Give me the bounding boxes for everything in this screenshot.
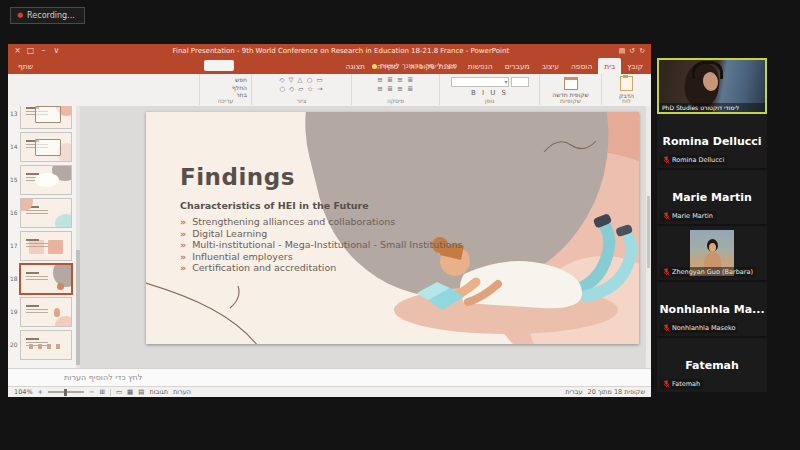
language-indicator[interactable]: עברית: [565, 388, 582, 396]
view-normal-icon[interactable]: ▤: [138, 388, 144, 396]
participants-sidebar: PhD Studies לימודי דוקטורט Romina Delluc…: [655, 44, 800, 410]
font-name-box[interactable]: ▾: [451, 77, 509, 87]
ribbon-tab[interactable]: קובץ: [621, 58, 649, 74]
ribbon-tab[interactable]: מעברים: [499, 58, 536, 74]
titlebar-badge: [204, 60, 234, 71]
slide-thumbnail-number: 15: [10, 176, 18, 183]
minimize-icon[interactable]: –: [37, 44, 50, 58]
ribbon-tab[interactable]: עיצוב: [536, 58, 565, 74]
fit-slide-button[interactable]: ⊞: [100, 388, 105, 396]
zoom-slider[interactable]: [48, 391, 84, 393]
bullet-marker: »: [180, 228, 186, 239]
font-size-box[interactable]: [511, 77, 529, 87]
slide-bullet-list[interactable]: »Strengthening alliances and collaborati…: [180, 216, 462, 274]
powerpoint-window: × □ – ∨ Final Presentation - 9th World C…: [8, 44, 651, 397]
find-button[interactable]: חפש: [204, 76, 247, 84]
quick-access-toolbar: ▤ ↺ ↻: [619, 47, 645, 55]
participant-tile[interactable]: Fatemah Fatemah: [657, 338, 767, 392]
ribbon-group-clipboard: הדבק לוח: [601, 74, 651, 105]
view-sorter-icon[interactable]: ▦: [127, 388, 133, 396]
slide-editing-area: Findings Characteristics of HEI in the F…: [80, 106, 651, 368]
ribbon-tab[interactable]: תצוגה: [340, 58, 371, 74]
undo-icon[interactable]: ↺: [629, 47, 635, 55]
window-controls: × □ – ∨: [11, 44, 63, 58]
participant-video-tile[interactable]: PhD Studies לימודי דוקטורט: [657, 58, 767, 114]
ribbon-tab[interactable]: הוספה: [565, 58, 598, 74]
redo-icon[interactable]: ↻: [639, 47, 645, 55]
font-format-buttons[interactable]: B I U S: [444, 89, 535, 97]
participant-tile[interactable]: Romina Dellucci Romina Dellucci: [657, 114, 767, 168]
ribbon-group-drawing: ▭ ○ △ ▽ ◇ → ☆ ▱ ◇ ○ ציור: [251, 74, 351, 105]
headphones-icon: [692, 61, 723, 79]
slide-title[interactable]: Findings: [180, 164, 295, 190]
slide-thumbnail[interactable]: [21, 133, 71, 161]
ribbon-options-icon[interactable]: ∨: [50, 44, 63, 58]
slide-thumbnail[interactable]: [21, 265, 71, 293]
maximize-icon[interactable]: □: [24, 44, 37, 58]
participant-name-label: Romina Dellucci: [660, 155, 727, 165]
list-buttons-row[interactable]: ≣ ≡ ≣ ≡: [356, 85, 435, 94]
status-bar: 104% + − ⊞ ▭ ▦ ▤ תגובות הערות עברית שקופ…: [8, 386, 651, 397]
recording-label: Recording...: [27, 11, 75, 20]
participant-name-label: Fatemah: [660, 379, 703, 389]
slide-thumbnail[interactable]: [21, 232, 71, 260]
group-label: לוח: [602, 97, 651, 104]
notes-pane[interactable]: לחץ כדי להוסיף הערות: [8, 368, 651, 386]
bullet-marker: »: [180, 239, 186, 250]
recording-indicator[interactable]: ● Recording...: [10, 7, 85, 24]
group-label: פיסקה: [352, 97, 439, 104]
slide-bullet: »Strengthening alliances and collaborati…: [180, 216, 462, 228]
window-title: Final Presentation - 9th World Conferenc…: [63, 47, 619, 55]
notes-button[interactable]: הערות: [173, 388, 191, 396]
share-button[interactable]: שתף: [18, 58, 33, 74]
bullet-marker: »: [180, 251, 186, 262]
bullet-marker: »: [180, 262, 186, 273]
shapes-gallery-row[interactable]: → ☆ ▱ ◇ ○: [256, 85, 347, 94]
slide-indicator: שקופית 18 מתוך 20: [588, 388, 646, 396]
participant-tile[interactable]: Nonhlanhla Ma... Nonhlanhla Maseko: [657, 282, 767, 336]
close-icon[interactable]: ×: [11, 44, 24, 58]
slide-thumbnail-number: 20: [10, 341, 18, 348]
slide-thumbnail[interactable]: [21, 166, 71, 194]
slide-thumbnail[interactable]: [21, 199, 71, 227]
slide-subtitle[interactable]: Characteristics of HEI in the Future: [180, 200, 369, 211]
slide-thumbnail[interactable]: [21, 106, 71, 128]
ribbon-group-font: ▾ B I U S גופן: [439, 74, 539, 105]
muted-mic-icon: [663, 268, 670, 276]
vertical-scrollbar[interactable]: [646, 106, 651, 368]
zoom-out-button[interactable]: −: [89, 388, 94, 396]
slide-thumbnail[interactable]: [21, 298, 71, 326]
muted-mic-icon: [663, 156, 670, 164]
zoom-level: 104%: [14, 388, 33, 396]
zoom-in-button[interactable]: +: [38, 388, 43, 396]
group-label: ציור: [252, 97, 351, 104]
shapes-gallery-row[interactable]: ▭ ○ △ ▽ ◇: [256, 76, 347, 85]
ribbon-group-editing: חפש החלף בחר עריכה: [199, 74, 251, 105]
paste-icon[interactable]: [620, 76, 633, 91]
ribbon-tab-row: קובץביתהוספהעיצובמעבריםהנפשותהצגת שקופיו…: [8, 58, 651, 74]
slide-thumbnail[interactable]: [21, 331, 71, 359]
slide-thumbnail-panel: 13 14 15 16 17 18 19 20: [8, 106, 80, 368]
slide-bullet: »Digital Learning: [180, 228, 462, 240]
participant-tile[interactable]: Zhengyan Guo (Barbara): [657, 226, 767, 280]
slide-thumbnail-number: 18: [10, 275, 18, 282]
powerpoint-titlebar: × □ – ∨ Final Presentation - 9th World C…: [8, 44, 651, 58]
ribbon-tab[interactable]: בית: [598, 58, 621, 74]
group-label: שקופיות: [540, 97, 601, 104]
align-buttons-row[interactable]: ≣ ≡ ≣ ≡: [356, 76, 435, 85]
ribbon-group-paragraph: ≣ ≡ ≣ ≡ ≣ ≡ ≣ ≡ פיסקה: [351, 74, 439, 105]
tell-me-box[interactable]: ספר לי מה ברצונך לעשות: [372, 58, 457, 74]
view-reading-icon[interactable]: ▭: [116, 388, 122, 396]
save-icon[interactable]: ▤: [619, 47, 626, 55]
slide-bullet: »Influential employers: [180, 251, 462, 263]
tell-me-label: ספר לי מה ברצונך לעשות: [380, 62, 457, 70]
group-label: גופן: [440, 97, 539, 104]
new-slide-icon[interactable]: [564, 77, 578, 90]
comments-button[interactable]: תגובות: [149, 388, 168, 396]
slide-canvas[interactable]: Findings Characteristics of HEI in the F…: [146, 112, 639, 344]
replace-button[interactable]: החלף: [204, 84, 247, 92]
muted-mic-icon: [663, 212, 670, 220]
ribbon-tab[interactable]: הנפשות: [462, 58, 499, 74]
participant-tile[interactable]: Marie Martin Marie Martin: [657, 170, 767, 224]
slide-bullet: »Multi-institutional - Mega-Institutiona…: [180, 239, 462, 251]
